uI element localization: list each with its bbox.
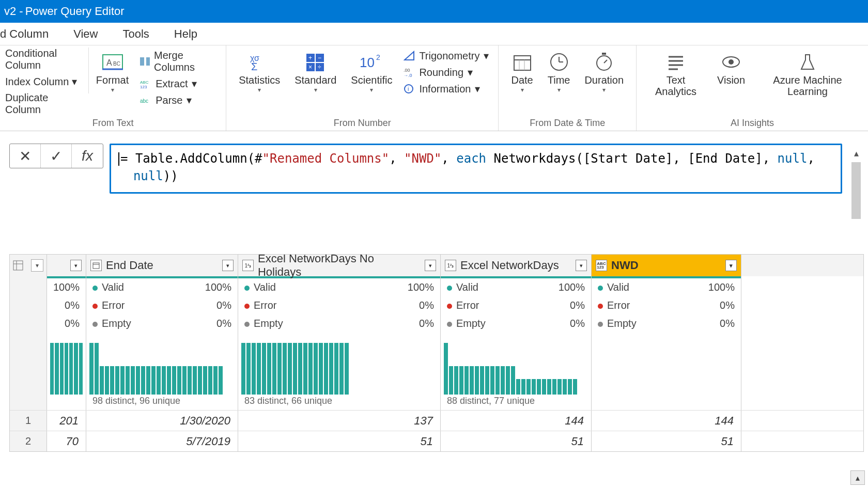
svg-text:123: 123 (140, 85, 147, 89)
format-button[interactable]: ABC Format ▾ (88, 48, 136, 93)
time-label: Time (548, 74, 570, 86)
extract-button[interactable]: ABC123 Extract ▾ (140, 77, 216, 90)
stat-label: Error (607, 300, 630, 311)
data-grid: ▾ ▾ End Date ▾ 1²₃ Excel NetworkDays No … (9, 254, 864, 452)
chevron-down-icon: ▾ (557, 86, 561, 93)
text-analytics-label: Text Analytics (649, 74, 703, 97)
cell-value: 51 (592, 431, 741, 451)
table-icon (13, 260, 23, 271)
chart-nwd2 (441, 333, 592, 395)
distinct-label (592, 395, 741, 410)
column-header-nwd-new[interactable]: ABC123 NWD ▾ (592, 255, 741, 276)
table-row[interactable]: 2 70 5/7/2019 51 51 51 (10, 431, 863, 451)
vision-button[interactable]: Vision (710, 48, 752, 86)
format-icon: ABC (101, 52, 125, 72)
formula-scrollbar[interactable] (851, 162, 861, 219)
time-button[interactable]: Time ▾ (540, 48, 578, 93)
cell-value: 5/7/2019 (86, 431, 238, 451)
ribbon: Conditional Column Index Column ▾ Duplic… (0, 45, 868, 131)
stat-label: Valid (102, 281, 124, 293)
svg-rect-3 (140, 57, 144, 66)
cell-value: 51 (238, 431, 441, 451)
stat-percent: 100% (559, 281, 585, 293)
chevron-down-icon: ▾ (258, 86, 261, 93)
table-row[interactable]: 1 201 1/30/2020 137 144 144 (10, 410, 863, 431)
column-header-index[interactable]: ▾ (47, 255, 86, 276)
column-label: NWD (611, 259, 639, 272)
tab-help[interactable]: Help (174, 27, 197, 41)
chevron-down-icon: ▾ (314, 86, 317, 93)
date-button[interactable]: Date ▾ (504, 48, 540, 93)
stat-label: Valid (456, 281, 478, 293)
column-header-nwd[interactable]: 1²₃ Excel NetworkDays ▾ (441, 255, 592, 276)
information-button[interactable]: i Information ▾ (404, 83, 489, 95)
column-filter-button[interactable]: ▾ (576, 260, 587, 271)
eye-icon (721, 52, 741, 72)
number-type-icon: 1²₃ (445, 260, 456, 271)
parse-button[interactable]: abc Parse ▾ (140, 94, 216, 106)
formula-token: , (389, 151, 404, 166)
parse-icon: abc (140, 95, 151, 105)
scientific-button[interactable]: 102 Scientific ▾ (344, 48, 399, 93)
tab-add-column[interactable]: d Column (0, 27, 49, 41)
conditional-column-button[interactable]: Conditional Column (5, 48, 83, 71)
group-ai-insights: AI Insights (642, 116, 863, 130)
formula-token: "Renamed Columns" (262, 151, 390, 166)
fx-icon: fx (82, 148, 93, 164)
standard-label: Standard (295, 74, 336, 86)
scientific-icon: 102 (359, 52, 384, 72)
column-filter-button[interactable]: ▾ (725, 260, 737, 271)
group-from-number: From Number (231, 116, 493, 130)
chart-nwd1 (238, 333, 441, 395)
cell-value: 137 (238, 411, 441, 431)
column-filter-button[interactable]: ▾ (222, 260, 234, 271)
accept-formula-button[interactable]: ✓ (41, 144, 72, 168)
titlebar: v2 - Power Query Editor (0, 0, 868, 23)
duplicate-column-button[interactable]: Duplicate Column (5, 92, 83, 116)
title-prefix: v2 - (4, 5, 23, 18)
svg-line-33 (604, 60, 607, 63)
chevron-down-icon: ▾ (370, 86, 373, 93)
rounding-button[interactable]: .00→.0 Rounding ▾ (404, 66, 489, 78)
formula-token: Networkdays([Start Date], [End Date], (486, 151, 778, 166)
column-header-nwd-noholidays[interactable]: 1²₃ Excel NetworkDays No Holidays ▾ (238, 255, 441, 276)
arithmetic-icon: +−×÷ (305, 52, 326, 72)
stat-percent: 100% (53, 281, 80, 293)
svg-text:−: − (318, 54, 321, 61)
formula-scroll-up[interactable]: ▴ (848, 146, 864, 161)
menubar: d Column View Tools Help (0, 23, 868, 45)
duration-button[interactable]: Duration ▾ (577, 48, 631, 93)
standard-button[interactable]: +−×÷ Standard ▾ (287, 48, 344, 93)
fx-button[interactable]: fx (72, 144, 103, 168)
index-column-button[interactable]: Index Column ▾ (5, 75, 83, 88)
extract-label: Extract (156, 78, 188, 90)
conditional-column-label: Conditional Column (5, 48, 83, 71)
azure-ml-button[interactable]: Azure Machine Learning (752, 48, 863, 97)
stat-label: Error (102, 300, 125, 311)
cell-value: 70 (47, 431, 86, 451)
statistics-button[interactable]: χσΣ Statistics ▾ (231, 48, 287, 93)
stat-percent: 0% (65, 318, 80, 329)
merge-columns-button[interactable]: Merge Columns (140, 50, 216, 73)
sigma-icon: χσΣ (249, 52, 270, 72)
table-options-button[interactable]: ▾ (31, 259, 43, 272)
cancel-formula-button[interactable]: ✕ (10, 144, 41, 168)
text-analytics-button[interactable]: Text Analytics (642, 48, 710, 97)
trigonometry-button[interactable]: Trigonometry ▾ (404, 50, 489, 62)
formula-input[interactable]: = Table.AddColumn(#"Renamed Columns", "N… (110, 144, 842, 194)
cell-value: 51 (441, 431, 592, 451)
number-type-icon: 1²₃ (242, 260, 254, 271)
row-number: 2 (10, 431, 47, 451)
formula-token: )) (163, 169, 178, 183)
title-text: Power Query Editor (25, 5, 125, 18)
stat-label: Empty (254, 318, 283, 329)
column-header-end-date[interactable]: End Date ▾ (86, 255, 238, 276)
triangle-icon (404, 51, 415, 61)
column-filter-button[interactable]: ▾ (70, 260, 82, 271)
tab-tools[interactable]: Tools (122, 27, 149, 41)
column-filter-button[interactable]: ▾ (425, 260, 436, 271)
duration-label: Duration (584, 74, 624, 86)
tab-view[interactable]: View (73, 27, 98, 41)
formula-token: null (778, 151, 808, 166)
merge-icon (140, 56, 150, 67)
